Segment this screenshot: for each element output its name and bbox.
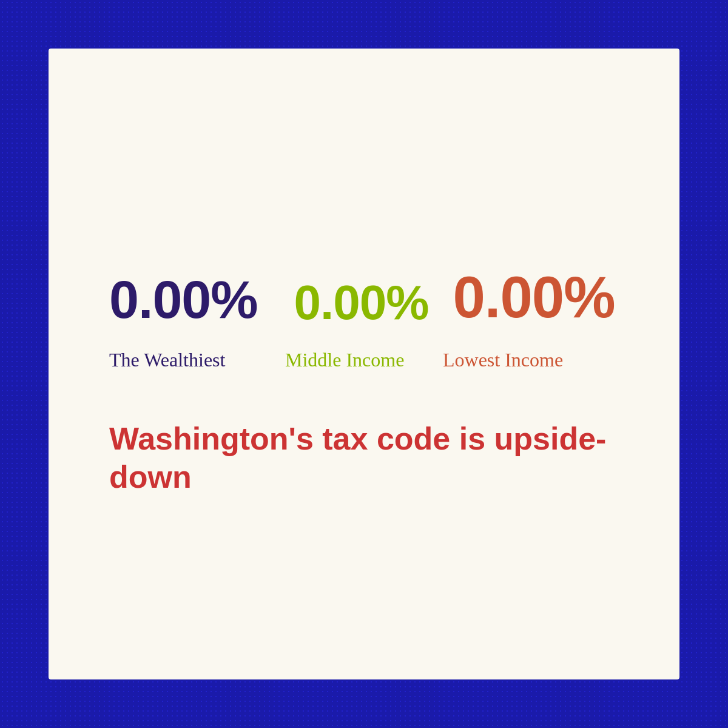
- wealthiest-percentage: 0.00%: [109, 269, 258, 331]
- tagline: Washington's tax code is upside-down: [109, 420, 619, 496]
- main-card: 0.00% 0.00% 0.00% The Wealthiest Middle …: [49, 49, 679, 679]
- middle-income-label: Middle Income: [285, 349, 406, 371]
- labels-row: The Wealthiest Middle Income Lowest Inco…: [109, 349, 619, 371]
- middle-percentage: 0.00%: [294, 275, 429, 331]
- wealthiest-label: The Wealthiest: [109, 349, 249, 371]
- wealthiest-stat: 0.00%: [109, 269, 258, 331]
- middle-stat: 0.00%: [294, 275, 429, 331]
- stats-row: 0.00% 0.00% 0.00%: [109, 232, 619, 331]
- lowest-percentage: 0.00%: [453, 264, 615, 331]
- lowest-income-label: Lowest Income: [443, 349, 563, 371]
- lowest-stat: 0.00%: [453, 264, 615, 331]
